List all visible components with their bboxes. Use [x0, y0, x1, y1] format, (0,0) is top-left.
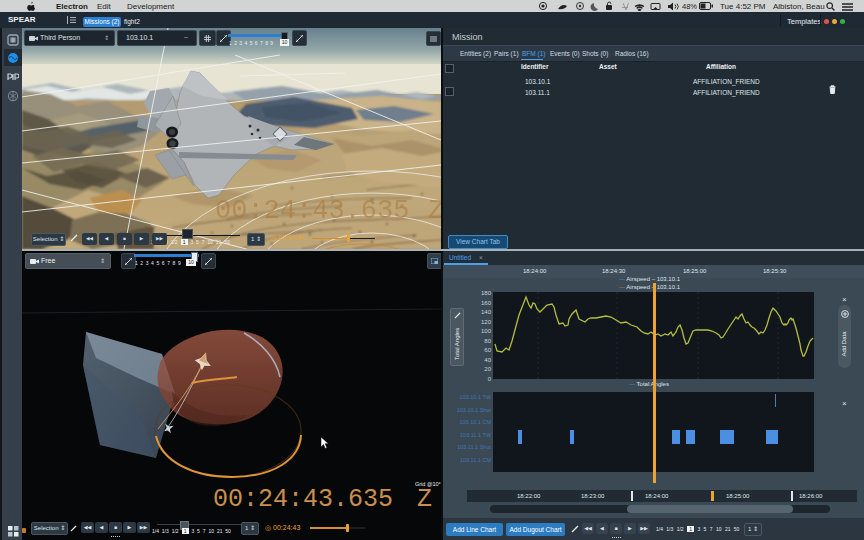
svg-text:Z: Z	[428, 196, 441, 226]
svg-text:00:24:43.635: 00:24:43.635	[215, 196, 409, 226]
